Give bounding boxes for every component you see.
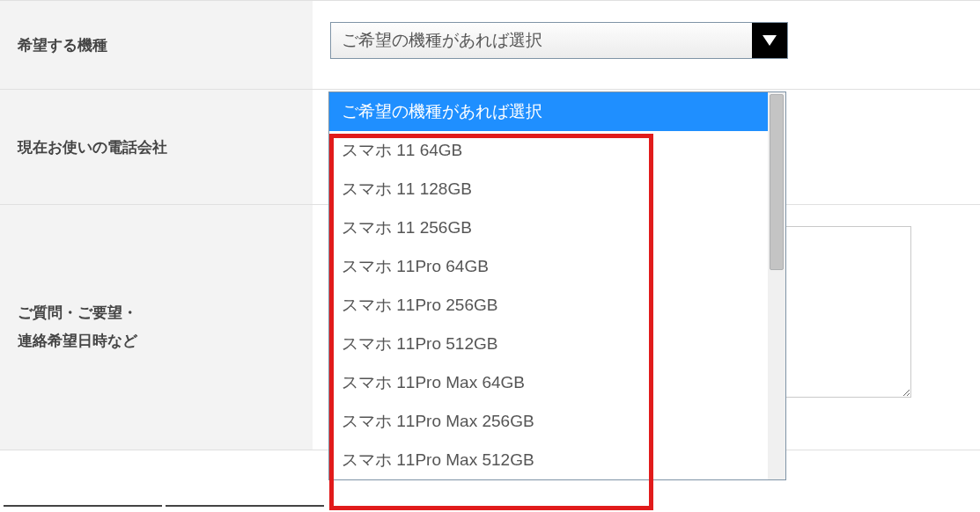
label-model-text: 希望する機種 (18, 35, 107, 55)
dropdown-option[interactable]: スマホ 11 128GB (329, 170, 768, 208)
dropdown-option[interactable]: スマホ 11 256GB (329, 208, 768, 247)
model-dropdown-popup[interactable]: ご希望の機種があれば選択スマホ 11 64GBスマホ 11 128GBスマホ 1… (328, 91, 786, 480)
dropdown-option[interactable]: スマホ 11 64GB (329, 131, 768, 170)
dropdown-option[interactable]: スマホ 11Pro Max 64GB (329, 363, 768, 402)
label-memo: ご質問・ご要望・ 連絡希望日時など (0, 205, 313, 450)
svg-marker-0 (763, 35, 777, 46)
model-dropdown-list: ご希望の機種があれば選択スマホ 11 64GBスマホ 11 128GBスマホ 1… (329, 92, 768, 479)
dropdown-option[interactable]: スマホ 11Pro Max 256GB (329, 402, 768, 441)
dropdown-option[interactable]: スマホ 11Pro Max 512GB (329, 441, 768, 479)
form-row-model: 希望する機種 ご希望の機種があれば選択 (0, 0, 980, 90)
dropdown-scrollbar[interactable] (768, 92, 785, 479)
value-cell-model: ご希望の機種があれば選択 (313, 1, 980, 89)
label-memo-line1: ご質問・ご要望・ (18, 304, 137, 321)
dropdown-option[interactable]: スマホ 11Pro 512GB (329, 325, 768, 363)
dropdown-option[interactable]: ご希望の機種があれば選択 (329, 92, 768, 131)
bottom-border-hint (0, 505, 980, 512)
dropdown-arrow-icon (752, 23, 787, 58)
model-select-display: ご希望の機種があれば選択 (331, 29, 752, 52)
label-model: 希望する機種 (0, 1, 313, 89)
model-select[interactable]: ご希望の機種があれば選択 (330, 22, 788, 59)
label-carrier-text: 現在お使いの電話会社 (18, 137, 167, 157)
dropdown-option[interactable]: スマホ 11Pro 256GB (329, 286, 768, 325)
dropdown-option[interactable]: スマホ 11Pro 64GB (329, 247, 768, 286)
label-memo-lines: ご質問・ご要望・ 連絡希望日時など (18, 299, 137, 356)
label-memo-line2: 連絡希望日時など (18, 333, 137, 349)
label-carrier: 現在お使いの電話会社 (0, 90, 313, 204)
dropdown-scrollbar-thumb[interactable] (770, 94, 784, 270)
